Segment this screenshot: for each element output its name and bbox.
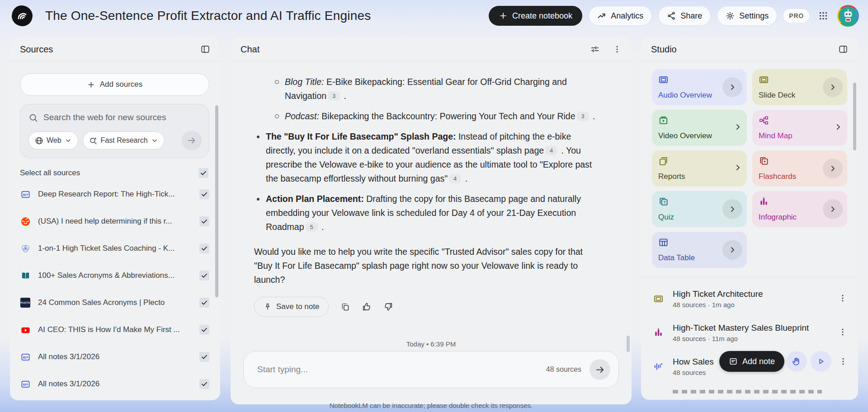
chevron-right-icon[interactable] <box>733 163 742 174</box>
source-list-item[interactable]: m+Deep Research Report: The High-Tick... <box>20 181 209 208</box>
studio-item-menu-icon[interactable] <box>838 294 847 304</box>
app-header: The One-Sentence Profit Extractor and AI… <box>0 0 868 32</box>
studio-item-menu-icon[interactable] <box>838 328 847 338</box>
settings-button[interactable]: Settings <box>717 6 777 26</box>
source-list-item[interactable]: 1-on-1 High Ticket Sales Coaching - K... <box>20 235 209 262</box>
studio-card-label: Video Overview <box>658 131 712 140</box>
source-checkbox[interactable] <box>199 325 209 335</box>
source-checkbox[interactable] <box>199 352 209 362</box>
source-title: 24 Common Sales Acronyms | Plecto <box>38 298 192 307</box>
studio-card-reports[interactable]: Reports <box>652 150 747 187</box>
citation-chip[interactable]: 5 <box>306 222 318 232</box>
chevron-right-icon[interactable] <box>823 199 843 219</box>
studio-scrollbar[interactable] <box>853 83 856 150</box>
add-sources-button[interactable]: Add sources <box>20 73 209 96</box>
nlm-note-icon: m+ <box>20 351 31 362</box>
hand-wave-icon <box>791 356 802 367</box>
copy-icon[interactable] <box>340 302 350 312</box>
source-checkbox[interactable] <box>199 379 209 389</box>
source-list-item[interactable]: 100+ Sales Acronyms & Abbreviations... <box>20 262 209 289</box>
studio-panel-header: Studio <box>641 37 858 61</box>
chat-panel: Chat Blog Title: E-Bike Bikepacking: Ess… <box>231 37 632 404</box>
source-checkbox[interactable] <box>199 216 209 226</box>
source-title: 100+ Sales Acronyms & Abbreviations... <box>38 271 192 280</box>
chat-input-placeholder[interactable]: Start typing... <box>257 365 546 375</box>
studio-title: Studio <box>651 44 677 55</box>
studio-card-infographic[interactable]: Infographic <box>752 191 847 227</box>
mind-map-icon <box>759 115 769 127</box>
note-icon <box>729 357 738 366</box>
source-checkbox[interactable] <box>199 189 209 199</box>
nlm-note-icon: m+ <box>20 189 31 200</box>
thumbs-down-icon[interactable] <box>383 302 393 312</box>
source-list-item[interactable]: (USA) I need help determining if this r.… <box>20 208 209 235</box>
chat-input[interactable]: Start typing... 48 sources <box>243 351 619 388</box>
source-list-item[interactable]: PLECTO24 Common Sales Acronyms | Plecto <box>20 289 209 316</box>
studio-card-audio-overview[interactable]: Audio Overview <box>652 69 747 105</box>
chat-scrollbar[interactable] <box>627 336 630 352</box>
search-submit-button[interactable] <box>182 131 202 150</box>
source-checkbox[interactable] <box>199 298 209 308</box>
studio-card-video-overview[interactable]: Video Overview <box>652 110 747 146</box>
chevron-right-icon[interactable] <box>823 77 843 97</box>
play-audio-button[interactable] <box>811 351 831 372</box>
studio-item-text: High Ticket Architecture48 sources · 1m … <box>673 289 830 309</box>
web-source-dropdown[interactable]: Web <box>28 131 78 150</box>
video-overview-icon <box>658 115 669 127</box>
studio-card-flashcards[interactable]: Flashcards <box>752 150 847 187</box>
studio-list-item[interactable]: High-Ticket Mastery Sales Blueprint48 so… <box>652 316 847 350</box>
send-message-button[interactable] <box>590 359 610 380</box>
web-search-box[interactable]: Search the web for new sources Web Fast … <box>20 104 209 158</box>
chat-subbullet: Podcast: Bikepacking the Backcountry: Po… <box>273 109 596 123</box>
notebooklm-logo-icon[interactable] <box>12 5 33 26</box>
research-mode-dropdown[interactable]: Fast Research <box>83 131 165 150</box>
chat-more-menu-icon[interactable] <box>613 45 622 54</box>
studio-item-title: High-Ticket Mastery Sales Blueprint <box>673 323 830 333</box>
save-to-note-button[interactable]: Save to note <box>254 297 329 317</box>
chevron-right-icon[interactable] <box>823 159 843 178</box>
studio-item-title: High Ticket Architecture <box>673 289 830 299</box>
citation-chip[interactable]: 3 <box>577 112 589 121</box>
studio-card-data-table[interactable]: Data Table <box>652 232 747 268</box>
studio-card-slide-deck[interactable]: Slide Deck <box>752 69 847 105</box>
create-notebook-button[interactable]: Create notebook <box>489 6 582 26</box>
share-button[interactable]: Share <box>658 6 711 26</box>
studio-item-menu-icon[interactable] <box>839 357 848 366</box>
studio-card-quiz[interactable]: ?Quiz <box>652 191 747 227</box>
analytics-button[interactable]: Analytics <box>589 6 652 26</box>
source-list-item[interactable]: m+All notes 3/1/2026 <box>20 343 209 370</box>
select-all-label: Select all sources <box>20 169 198 178</box>
source-checkbox[interactable] <box>199 243 209 253</box>
chevron-right-icon[interactable] <box>722 240 742 260</box>
select-all-checkbox[interactable] <box>198 168 208 178</box>
infographic-icon <box>652 328 665 338</box>
chevron-right-icon[interactable] <box>733 122 742 133</box>
chevron-right-icon[interactable] <box>722 77 742 97</box>
quiz-icon: ? <box>658 197 669 209</box>
source-list: m+Deep Research Report: The High-Tick...… <box>20 181 209 398</box>
thumbs-up-icon[interactable] <box>362 302 372 312</box>
source-list-item[interactable]: AI CEO: THIS is How I'd Make My First ..… <box>20 316 209 343</box>
citation-chip[interactable]: 4 <box>449 174 461 183</box>
source-title: Deep Research Report: The High-Tick... <box>38 190 192 199</box>
source-list-item[interactable]: m+All notes 3/1/2026 <box>20 370 209 398</box>
studio-list-item[interactable]: High Ticket Architecture48 sources · 1m … <box>652 282 847 316</box>
google-apps-grid-icon[interactable] <box>816 8 831 23</box>
sources-panel-header: Sources <box>10 37 220 61</box>
collapse-studio-panel-icon[interactable] <box>838 44 848 54</box>
chevron-right-icon[interactable] <box>834 122 843 133</box>
interactive-mode-button[interactable] <box>786 351 807 372</box>
user-avatar[interactable] <box>837 5 859 27</box>
citation-chip[interactable]: 3 <box>328 91 340 101</box>
add-note-button[interactable]: Add note <box>719 351 784 372</box>
chat-settings-tune-icon[interactable] <box>590 44 600 54</box>
divider <box>641 277 858 277</box>
citation-chip[interactable]: 4 <box>545 146 557 155</box>
chevron-right-icon[interactable] <box>722 199 742 219</box>
sources-scrollbar[interactable] <box>215 105 218 297</box>
source-checkbox[interactable] <box>199 271 209 281</box>
collapse-sources-panel-icon[interactable] <box>200 44 210 54</box>
search-placeholder[interactable]: Search the web for new sources <box>43 112 166 122</box>
notebook-title[interactable]: The One-Sentence Profit Extractor and AI… <box>45 9 371 23</box>
studio-card-mind-map[interactable]: Mind Map <box>752 110 847 146</box>
